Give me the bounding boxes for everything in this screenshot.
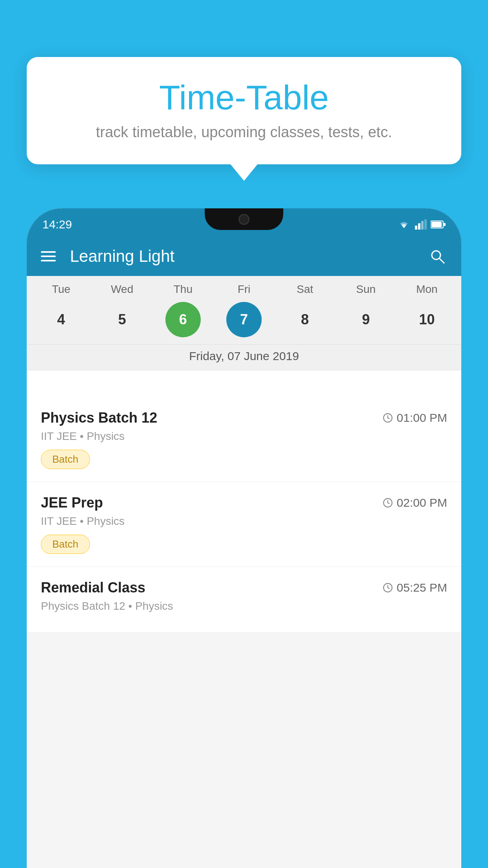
svg-line-8: [439, 258, 444, 263]
weekdays-row: Tue Wed Thu Fri Sat Sun Mon: [27, 276, 461, 299]
svg-rect-2: [421, 221, 424, 230]
tooltip-card: Time-Table track timetable, upcoming cla…: [27, 57, 461, 164]
date-6-today[interactable]: 6: [165, 302, 201, 337]
svg-rect-3: [424, 219, 427, 230]
schedule-item-1-badge: Batch: [41, 450, 90, 469]
battery-icon: [431, 220, 446, 229]
phone-frame: 14:29: [27, 208, 461, 868]
weekday-sat: Sat: [285, 283, 325, 296]
search-icon: [429, 248, 446, 265]
hamburger-line-2: [41, 256, 56, 257]
tooltip-subtitle: track timetable, upcoming classes, tests…: [50, 124, 438, 141]
schedule-item-2-subtitle: IIT JEE • Physics: [41, 515, 447, 528]
weekday-sun: Sun: [346, 283, 385, 296]
date-8[interactable]: 8: [287, 302, 323, 337]
schedule-item-3[interactable]: Remedial Class 05:25 PM Physics Batch 12…: [27, 567, 461, 633]
svg-rect-5: [431, 222, 442, 227]
date-5[interactable]: 5: [105, 302, 140, 337]
schedule-item-3-time: 05:25 PM: [383, 581, 447, 594]
phone-camera: [238, 214, 250, 225]
schedule-item-1-time: 01:00 PM: [383, 411, 447, 425]
tooltip-title: Time-Table: [50, 79, 438, 117]
schedule-item-1-title: Physics Batch 12: [41, 410, 157, 426]
svg-point-7: [432, 251, 440, 259]
weekday-fri: Fri: [224, 283, 264, 296]
svg-rect-0: [415, 226, 417, 230]
date-4[interactable]: 4: [44, 302, 79, 337]
clock-icon-1: [383, 413, 393, 423]
clock-icon-3: [383, 583, 393, 593]
phone-screen: 14:29: [27, 208, 461, 868]
schedule-item-3-header: Remedial Class 05:25 PM: [41, 579, 447, 596]
signal-icon: [415, 219, 427, 230]
app-title: Learning Light: [70, 247, 427, 266]
status-time: 14:29: [42, 218, 72, 231]
date-10[interactable]: 10: [409, 302, 444, 337]
schedule-item-1-subtitle: IIT JEE • Physics: [41, 430, 447, 443]
schedule-item-2-header: JEE Prep 02:00 PM: [41, 495, 447, 511]
status-icons: [397, 219, 446, 230]
svg-rect-6: [444, 223, 446, 226]
selected-date-label: Friday, 07 June 2019: [27, 344, 461, 371]
svg-rect-1: [418, 223, 420, 230]
hamburger-icon[interactable]: [41, 251, 56, 261]
weekday-wed: Wed: [103, 283, 142, 296]
weekday-tue: Tue: [42, 283, 81, 296]
schedule-item-1-header: Physics Batch 12 01:00 PM: [41, 410, 447, 426]
dates-row: 4 5 6 7 8 9 10: [27, 299, 461, 344]
weekday-mon: Mon: [407, 283, 446, 296]
phone-notch: [205, 208, 283, 230]
schedule-item-2-time: 02:00 PM: [383, 496, 447, 509]
app-bar: Learning Light: [27, 237, 461, 276]
search-button[interactable]: [427, 246, 447, 266]
hamburger-line-1: [41, 251, 56, 253]
calendar-strip: Tue Wed Thu Fri Sat Sun Mon 4 5 6 7 8 9 …: [27, 276, 461, 371]
wifi-icon: [397, 219, 411, 230]
date-7-selected[interactable]: 7: [226, 302, 262, 337]
clock-icon-2: [383, 498, 393, 508]
schedule-item-2[interactable]: JEE Prep 02:00 PM IIT JEE • Physics Batc…: [27, 482, 461, 567]
schedule-list: Physics Batch 12 01:00 PM IIT JEE • Phys…: [27, 397, 461, 868]
date-9[interactable]: 9: [348, 302, 383, 337]
schedule-item-2-badge: Batch: [41, 535, 90, 554]
schedule-item-2-title: JEE Prep: [41, 495, 103, 511]
schedule-item-1[interactable]: Physics Batch 12 01:00 PM IIT JEE • Phys…: [27, 397, 461, 482]
weekday-thu: Thu: [163, 283, 203, 296]
schedule-item-3-title: Remedial Class: [41, 579, 145, 596]
hamburger-line-3: [41, 260, 56, 261]
schedule-item-3-subtitle: Physics Batch 12 • Physics: [41, 600, 447, 612]
